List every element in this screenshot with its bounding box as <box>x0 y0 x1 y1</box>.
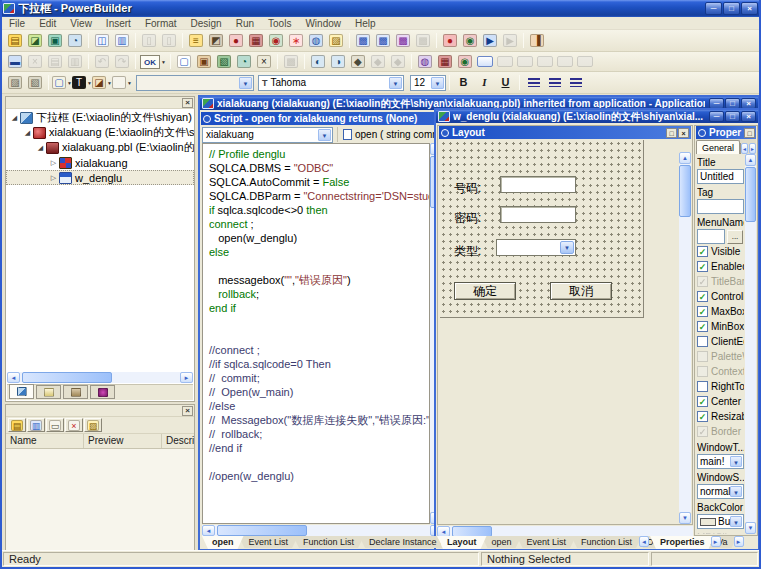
expand-icon[interactable]: ▷ <box>48 174 59 182</box>
collapse-icon[interactable]: ◢ <box>9 114 20 122</box>
close-icon[interactable]: × <box>182 406 193 416</box>
menu-item-file[interactable]: File <box>2 18 32 29</box>
checkbox-palettew[interactable]: PaletteW <box>697 349 744 364</box>
scrollbar-thumb[interactable] <box>217 525 307 536</box>
form-design-surface[interactable]: ▲ ▼ 号码:密码:类型:▼确定取消 <box>438 139 692 524</box>
tab-event-list[interactable]: Event List <box>239 536 299 548</box>
chevron-down-icon[interactable]: ▼ <box>431 77 444 89</box>
layout-vertical-scrollbar[interactable]: ▲ ▼ <box>679 152 691 524</box>
bring-forward-icon[interactable]: ▧ <box>25 74 45 92</box>
scroll-down-icon[interactable]: ▼ <box>679 512 691 524</box>
application-painter-icon[interactable]: ▦ <box>246 32 266 50</box>
minimize-button[interactable]: ─ <box>709 111 724 122</box>
form-textbox[interactable] <box>500 176 576 193</box>
structure-icon[interactable]: ▩ <box>413 32 433 50</box>
tab-function-list[interactable]: Function List <box>571 536 642 548</box>
send-backward-icon[interactable]: ▨ <box>5 74 25 92</box>
query-icon[interactable]: ▩ <box>373 32 393 50</box>
scroll-down-icon[interactable]: ▼ <box>745 522 756 534</box>
project-icon[interactable]: ▩ <box>393 32 413 50</box>
objects-view-tab[interactable] <box>90 385 115 399</box>
tree-item[interactable]: ▷w_denglu <box>6 170 194 185</box>
browse-button[interactable]: ... <box>727 230 743 244</box>
regenerate-icon[interactable]: ▧ <box>214 53 234 71</box>
chevron-down-icon[interactable]: ▼ <box>318 129 331 141</box>
checkbox-border[interactable]: ✓Border <box>697 424 744 439</box>
scrollbar-thumb[interactable] <box>679 165 691 217</box>
browser-icon[interactable]: ◔ <box>65 32 85 50</box>
scrollbar-thumb[interactable] <box>745 167 756 222</box>
collapse-icon[interactable]: ◢ <box>22 129 33 137</box>
collapse-icon[interactable]: ◢ <box>35 144 46 152</box>
copy-clip-icon[interactable]: ▥ <box>27 418 45 432</box>
minimize-button[interactable]: ─ <box>705 2 722 15</box>
menu-item-edit[interactable]: Edit <box>32 18 63 29</box>
paste-icon[interactable]: ▥ <box>65 53 85 71</box>
align-left-button[interactable] <box>524 74 543 91</box>
column-header-preview[interactable]: Preview <box>84 434 162 448</box>
rename-clip-icon[interactable]: ▭ <box>46 418 64 432</box>
tree-item[interactable]: ▷xialakuang <box>6 155 194 170</box>
tab-scroll-left-icon[interactable]: ◄ <box>639 536 649 547</box>
title-field[interactable] <box>697 169 744 184</box>
search-icon[interactable]: ◔ <box>234 53 254 71</box>
user-object-icon[interactable]: ◉ <box>266 32 286 50</box>
tab-scroll-right-icon[interactable]: ► <box>749 143 756 154</box>
frame-icon[interactable]: ▯ <box>139 32 159 50</box>
tree-horizontal-scrollbar[interactable]: ◄ ► <box>7 372 193 383</box>
checkbox-maxbox[interactable]: ✓MaxBox <box>697 304 744 319</box>
replace-icon[interactable]: ◆ <box>388 53 408 71</box>
backcolor-combo[interactable]: Bu ▼ <box>697 514 744 529</box>
form-textbox[interactable] <box>500 206 576 223</box>
tree-item[interactable]: ◢下拉框 (E:\xiaolin的文件\shiyan) <box>6 110 194 125</box>
function-icon[interactable]: ∗ <box>286 32 306 50</box>
checkbox-righttol[interactable]: RightToL <box>697 379 744 394</box>
scroll-up-icon[interactable]: ▲ <box>679 152 691 164</box>
tree-view-tab[interactable] <box>9 384 34 399</box>
scrollbar-thumb[interactable] <box>22 372 112 383</box>
users-icon[interactable]: ◉ <box>455 53 475 71</box>
column-header-description[interactable]: Description <box>162 434 194 448</box>
tag-field[interactable] <box>697 199 744 214</box>
checkbox-visible[interactable]: ✓Visible <box>697 244 744 259</box>
chevron-down-icon[interactable]: ▼ <box>560 241 574 254</box>
copy-icon[interactable]: ▤ <box>45 53 65 71</box>
windowtype-combo[interactable]: main! ▼ <box>697 454 744 469</box>
close-button[interactable]: × <box>741 111 756 122</box>
windowstate-combo[interactable]: normal! ▼ <box>697 484 744 499</box>
library-painter-icon[interactable]: ▦ <box>435 53 455 71</box>
menu-item-format[interactable]: Format <box>138 18 184 29</box>
scroll-left-icon[interactable]: ◄ <box>202 525 215 536</box>
scroll-up-icon[interactable]: ▲ <box>745 154 756 166</box>
italic-button[interactable]: I <box>475 74 494 91</box>
align-right-button[interactable] <box>566 74 585 91</box>
tab-general[interactable]: General <box>696 140 740 154</box>
expand-icon[interactable]: ▷ <box>48 159 59 167</box>
chevron-down-icon[interactable]: ▼ <box>239 77 252 89</box>
menu-item-insert[interactable]: Insert <box>99 18 138 29</box>
restore-button[interactable]: □ <box>723 2 740 15</box>
profile-badge4-icon[interactable] <box>537 56 553 67</box>
column-header-name[interactable]: Name <box>6 434 84 448</box>
picture-object-dropdown[interactable]: ◪▼ <box>92 74 112 92</box>
maximize-panel-button[interactable]: □ <box>666 128 677 138</box>
save-icon[interactable]: ▬ <box>5 53 25 71</box>
font-family-combo[interactable]: T Tahoma ▼ <box>258 75 404 91</box>
profile-badge2-icon[interactable] <box>497 56 513 67</box>
tree-item[interactable]: ◢xialakuang (E:\xiaolin的文件\shiyan <box>6 125 194 140</box>
close-icon[interactable]: × <box>254 53 274 71</box>
window-painter-icon[interactable]: ◫ <box>92 32 112 50</box>
datawindow-painter-icon[interactable]: ▥ <box>112 32 132 50</box>
database-icon[interactable]: ◍ <box>306 32 326 50</box>
tree-item[interactable]: ◢xialakuang.pbl (E:\xiaolin的文件 <box>6 140 194 155</box>
chevron-down-icon[interactable]: ▼ <box>730 516 742 527</box>
tab-event-list[interactable]: Event List <box>517 536 577 548</box>
tab-open[interactable]: open <box>202 536 244 549</box>
font-size-combo[interactable]: 12 ▼ <box>410 75 446 91</box>
fullscreen-icon[interactable]: ▩ <box>281 53 301 71</box>
menu-item-view[interactable]: View <box>63 18 99 29</box>
menu-item-run[interactable]: Run <box>229 18 261 29</box>
profile-badge3-icon[interactable] <box>517 56 533 67</box>
align-center-button[interactable] <box>545 74 564 91</box>
recent-view-tab[interactable] <box>63 385 88 399</box>
